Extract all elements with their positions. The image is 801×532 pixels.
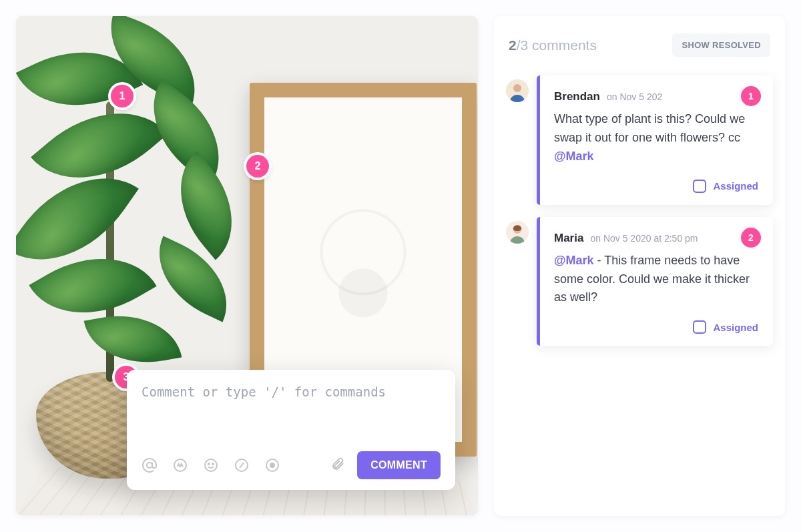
attachment-icon[interactable] xyxy=(330,457,345,474)
submit-comment-button[interactable]: COMMENT xyxy=(357,451,441,479)
svg-point-2 xyxy=(205,459,217,471)
assign-icon[interactable] xyxy=(172,457,188,473)
emoji-icon[interactable] xyxy=(203,457,219,473)
svg-point-3 xyxy=(208,463,210,465)
svg-point-4 xyxy=(212,463,214,465)
comment-thread[interactable]: 1 Brendan on Nov 5 202 What type of plan… xyxy=(537,75,773,205)
comment-composer: COMMENT xyxy=(127,370,455,490)
avatar xyxy=(506,221,529,244)
svg-point-9 xyxy=(513,84,521,92)
thread-pin-badge: 2 xyxy=(741,228,761,248)
comment-author: Maria xyxy=(554,232,583,245)
comments-count: 2/3 comments xyxy=(509,37,597,53)
mention[interactable]: @Mark xyxy=(554,150,594,163)
assigned-label: Assigned xyxy=(713,180,758,192)
comment-input[interactable] xyxy=(142,384,441,449)
assigned-checkbox[interactable] xyxy=(693,180,706,193)
assigned-checkbox[interactable] xyxy=(693,320,706,334)
comment-author: Brendan xyxy=(554,90,600,103)
annotation-pin-2[interactable]: 2 xyxy=(246,155,269,178)
svg-point-0 xyxy=(147,463,152,468)
comment-body: What type of plant is this? Could we swa… xyxy=(554,110,758,166)
record-icon[interactable] xyxy=(264,457,280,473)
mention[interactable]: @Mark xyxy=(554,254,594,267)
annotation-pin-1[interactable]: 1 xyxy=(111,85,134,107)
assigned-label: Assigned xyxy=(713,322,758,333)
slash-command-icon[interactable] xyxy=(234,457,250,473)
avatar xyxy=(506,79,529,102)
comment-body: @Mark - This frame needs to have some co… xyxy=(554,252,758,308)
comments-panel: 2/3 comments SHOW RESOLVED 1 Brendan on … xyxy=(494,16,785,516)
proof-canvas[interactable]: 1 2 3 xyxy=(16,16,478,515)
show-resolved-button[interactable]: SHOW RESOLVED xyxy=(672,33,770,57)
comment-timestamp: on Nov 5 202 xyxy=(607,91,662,102)
comment-timestamp: on Nov 5 2020 at 2:50 pm xyxy=(590,233,698,244)
comment-thread[interactable]: 2 Maria on Nov 5 2020 at 2:50 pm @Mark -… xyxy=(537,217,773,346)
thread-pin-badge: 1 xyxy=(741,86,761,106)
mention-icon[interactable] xyxy=(142,457,158,473)
svg-point-7 xyxy=(270,463,274,467)
